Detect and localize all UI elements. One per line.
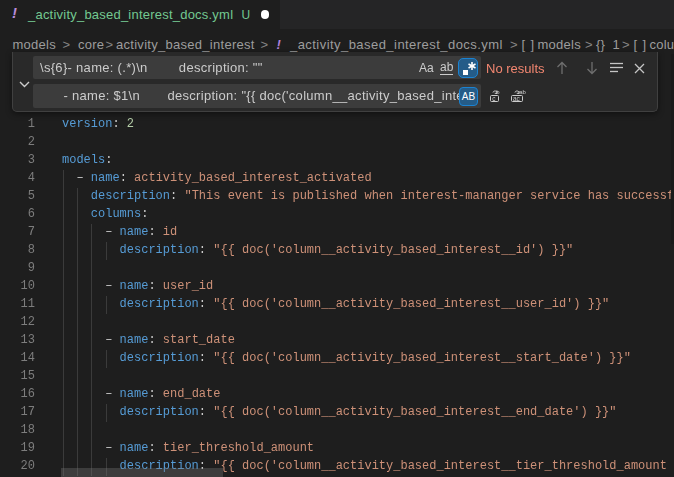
- svg-text:ab: ab: [519, 89, 526, 95]
- svg-text:b: b: [496, 89, 500, 95]
- svg-text:ac: ac: [513, 95, 521, 102]
